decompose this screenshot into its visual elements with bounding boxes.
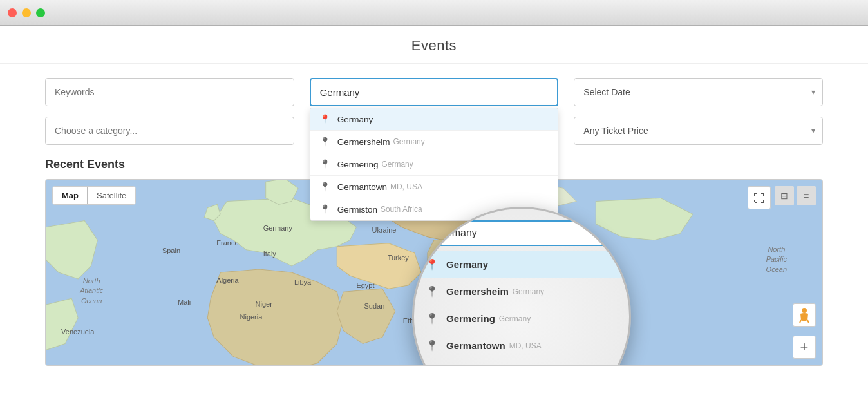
north-pacific-label: NorthPacificOcean: [754, 245, 799, 274]
search-row-1: 📍Germany📍GermersheimGermany📍GermeringGer…: [0, 64, 868, 117]
magnifier-item[interactable]: 📍Germany: [414, 251, 629, 278]
magnifier-item[interactable]: 📍GermistonSouth Africa: [414, 359, 629, 366]
autocomplete-item[interactable]: 📍Germany: [310, 108, 558, 131]
autocomplete-item[interactable]: 📍GermersheimGermany: [310, 131, 558, 153]
street-view-btn[interactable]: [793, 303, 816, 327]
select-date-wrapper: Select Date: [574, 78, 823, 106]
page-title: Events: [0, 37, 868, 54]
satellite-btn[interactable]: Satellite: [88, 187, 135, 204]
magnifier-item[interactable]: 📍GermantownMD, USA: [414, 332, 629, 359]
ticket-price-select[interactable]: Any Ticket Price: [574, 117, 823, 145]
select-date[interactable]: Select Date: [574, 78, 823, 106]
magnifier-list: 📍Germany📍GermersheimGermany📍GermeringGer…: [414, 251, 629, 366]
magnifier-item[interactable]: 📍GermeringGermany: [414, 305, 629, 332]
keywords-input[interactable]: [45, 78, 294, 106]
maximize-button[interactable]: [36, 8, 45, 17]
svg-point-1: [802, 308, 807, 313]
location-wrapper: 📍Germany📍GermersheimGermany📍GermeringGer…: [310, 78, 559, 106]
autocomplete-dropdown: 📍Germany📍GermersheimGermany📍GermeringGer…: [310, 108, 559, 221]
map-btn[interactable]: Map: [53, 187, 88, 204]
view-toggle: ⊟ ≡: [775, 186, 816, 205]
autocomplete-item[interactable]: 📍GermeringGermany: [310, 153, 558, 176]
fullscreen-icon: [754, 193, 764, 203]
autocomplete-item[interactable]: 📍GermantownMD, USA: [310, 176, 558, 198]
map-type-toggle: Map Satellite: [52, 186, 136, 205]
list-view-btn[interactable]: ≡: [797, 186, 816, 205]
main-content: Events 📍Germany📍GermersheimGermany📍Germe…: [0, 26, 868, 409]
grid-view-btn[interactable]: ⊟: [775, 186, 794, 205]
minimize-button[interactable]: [22, 8, 31, 17]
page-title-bar: Events: [0, 26, 868, 64]
category-input[interactable]: [45, 117, 294, 145]
location-input[interactable]: [310, 78, 559, 106]
title-bar: [0, 0, 868, 26]
close-button[interactable]: [8, 8, 17, 17]
ticket-price-wrapper: Any Ticket Price: [574, 117, 823, 145]
fullscreen-btn[interactable]: [748, 186, 771, 209]
zoom-in-btn[interactable]: +: [793, 336, 816, 359]
person-icon: [798, 307, 811, 323]
zoom-controls: +: [793, 336, 816, 359]
magnifier-item[interactable]: 📍GermersheimGermany: [414, 278, 629, 305]
north-atlantic-label: NorthAtlanticOcean: [69, 276, 114, 306]
